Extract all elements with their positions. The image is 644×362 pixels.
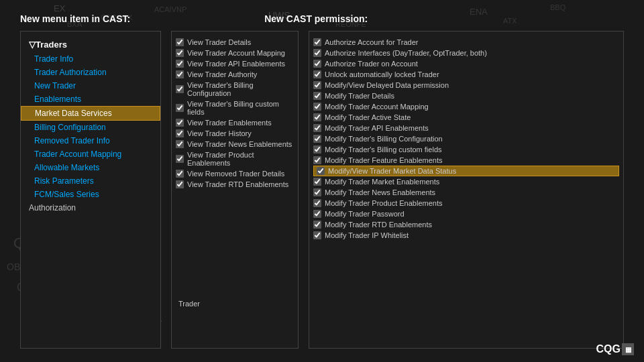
traders-header-label: ▽Traders — [29, 40, 67, 50]
chk-modify-active-state: Modify Trader Active State — [313, 112, 619, 123]
chk-view-rtd: View Trader RTD Enablements — [176, 179, 294, 190]
menu-item-removed-trader-info[interactable]: Removed Trader Info — [21, 134, 160, 147]
chk-view-billing-custom-input[interactable] — [176, 104, 184, 112]
chk-modify-feature-enablements-label: Modify Trader Feature Enablements — [325, 156, 442, 164]
chk-modify-active-state-input[interactable] — [313, 113, 321, 121]
chk-view-billing-config: View Trader's Billing Configuration — [176, 80, 294, 99]
menu-item-market-data-services[interactable]: Market Data Services — [21, 106, 160, 121]
chk-view-trader-details-input[interactable] — [176, 38, 184, 46]
chk-view-billing-custom: View Trader's Billing custom fields — [176, 99, 294, 117]
chk-auth-account: Authorize Account for Trader — [313, 37, 619, 48]
chk-modify-market-data-status: Modify/View Trader Market Data Status — [313, 166, 619, 176]
chk-modify-rtd-label: Modify Trader RTD Enablements — [325, 221, 432, 229]
chk-modify-ip-whitelist: Modify Trader IP Whitelist — [313, 230, 619, 241]
chk-view-api-enablements-label: View Trader API Enablements — [187, 60, 285, 68]
chk-view-billing-custom-label: View Trader's Billing custom fields — [187, 100, 294, 116]
chk-modify-product-input[interactable] — [313, 199, 321, 207]
chk-auth-trader-on-account-input[interactable] — [313, 60, 321, 68]
chk-modify-billing-custom-input[interactable] — [313, 145, 321, 154]
chk-unlock-trader: Unlock automatically locked Trader — [313, 69, 619, 80]
chk-modify-market-enablements-input[interactable] — [313, 178, 321, 186]
chk-modify-billing-config-input[interactable] — [313, 135, 321, 143]
chk-modify-password-label: Modify Trader Password — [325, 210, 405, 218]
chk-modify-product: Modify Trader Product Enablements — [313, 198, 619, 208]
chk-modify-billing-custom-label: Modify Trader's Billing custom fields — [325, 145, 442, 154]
chk-view-enablements-label: View Trader Enablements — [187, 119, 272, 127]
cqg-logo: CQG ▦ — [596, 343, 634, 355]
chk-unlock-trader-label: Unlock automatically locked Trader — [325, 70, 439, 78]
cqg-icon: ▦ — [622, 343, 634, 355]
menu-item-trader-info[interactable]: Trader Info — [21, 52, 160, 66]
menu-item-enablements[interactable]: Enablements — [21, 93, 160, 106]
menu-item-trader-authorization[interactable]: Trader Authorization — [21, 66, 160, 79]
chk-view-authority-input[interactable] — [176, 70, 184, 78]
chk-modify-api-label: Modify Trader API Enablements — [325, 124, 429, 132]
chk-unlock-trader-input[interactable] — [313, 70, 321, 78]
chk-modify-billing-config-label: Modify Trader's Billing Configuration — [325, 135, 443, 143]
chk-delayed-data-input[interactable] — [313, 81, 321, 89]
chk-modify-rtd-input[interactable] — [313, 221, 321, 229]
chk-modify-market-data-status-input[interactable] — [317, 167, 325, 175]
chk-view-account-mapping: View Trader Account Mapping — [176, 48, 294, 58]
chk-view-news-enablements-input[interactable] — [176, 140, 184, 148]
chk-view-removed-trader-input[interactable] — [176, 170, 184, 178]
chk-view-product-enablements-input[interactable] — [176, 155, 184, 163]
chk-modify-market-data-status-label: Modify/View Trader Market Data Status — [328, 167, 456, 175]
chk-modify-billing-custom: Modify Trader's Billing custom fields — [313, 144, 619, 155]
chk-view-authority: View Trader Authority — [176, 69, 294, 80]
chk-view-rtd-input[interactable] — [176, 180, 184, 188]
chk-view-authority-label: View Trader Authority — [187, 70, 257, 78]
chk-modify-password: Modify Trader Password — [313, 208, 619, 219]
menu-item-authorization[interactable]: Authorization — [21, 201, 160, 215]
chk-view-enablements: View Trader Enablements — [176, 117, 294, 128]
menu-item-new-trader[interactable]: New Trader — [21, 79, 160, 93]
chk-modify-news-input[interactable] — [313, 188, 321, 196]
chk-delayed-data: Modify/View Delayed Data permission — [313, 80, 619, 90]
chk-view-account-mapping-label: View Trader Account Mapping — [187, 49, 285, 57]
chk-auth-account-input[interactable] — [313, 38, 321, 46]
chk-modify-news-label: Modify Trader News Enablements — [325, 188, 435, 196]
main-panels: ▽Traders Trader Info Trader Authorizatio… — [20, 31, 624, 349]
chk-view-product-enablements-label: View Trader Product Enablements — [187, 151, 294, 167]
chk-view-account-mapping-input[interactable] — [176, 49, 184, 57]
chk-modify-trader-details-label: Modify Trader Details — [325, 92, 394, 100]
chk-view-billing-config-input[interactable] — [176, 85, 184, 93]
chk-view-api-enablements: View Trader API Enablements — [176, 58, 294, 69]
chk-modify-ip-whitelist-label: Modify Trader IP Whitelist — [325, 231, 409, 239]
menu-item-fcm-sales-series[interactable]: FCM/Sales Series — [21, 188, 160, 201]
chk-modify-feature-enablements-input[interactable] — [313, 156, 321, 164]
chk-view-rtd-label: View Trader RTD Enablements — [187, 180, 288, 188]
menu-item-risk-parameters[interactable]: Risk Parameters — [21, 174, 160, 188]
chk-modify-market-enablements: Modify Trader Market Enablements — [313, 176, 619, 187]
chk-modify-rtd: Modify Trader RTD Enablements — [313, 219, 619, 230]
menu-item-billing-configuration[interactable]: Billing Configuration — [21, 121, 160, 134]
chk-auth-trader-on-account: Authorize Trader on Account — [313, 58, 619, 69]
chk-view-enablements-input[interactable] — [176, 119, 184, 127]
chk-modify-password-input[interactable] — [313, 210, 321, 218]
chk-auth-interfaces-input[interactable] — [313, 49, 321, 57]
chk-auth-account-label: Authorize Account for Trader — [325, 38, 418, 46]
chk-view-removed-trader: View Removed Trader Details — [176, 168, 294, 179]
chk-auth-interfaces: Authorize Interfaces (DayTrader, OptTrad… — [313, 48, 619, 58]
chk-view-removed-trader-label: View Removed Trader Details — [187, 170, 284, 178]
header-row: New menu item in CAST: New CAST permissi… — [20, 13, 624, 24]
chk-auth-interfaces-label: Authorize Interfaces (DayTrader, OptTrad… — [325, 49, 487, 57]
chk-modify-api-input[interactable] — [313, 124, 321, 132]
menu-item-allowable-markets[interactable]: Allowable Markets — [21, 161, 160, 174]
chk-delayed-data-label: Modify/View Delayed Data permission — [325, 81, 449, 89]
chk-view-trader-details-label: View Trader Details — [187, 38, 251, 46]
chk-view-product-enablements: View Trader Product Enablements — [176, 149, 294, 168]
chk-view-api-enablements-input[interactable] — [176, 60, 184, 68]
menu-item-trader-account-mapping[interactable]: Trader Account Mapping — [21, 147, 160, 161]
chk-modify-ip-whitelist-input[interactable] — [313, 231, 321, 239]
chk-modify-billing-config: Modify Trader's Billing Configuration — [313, 133, 619, 144]
chk-modify-account-mapping-input[interactable] — [313, 103, 321, 111]
chk-modify-api: Modify Trader API Enablements — [313, 123, 619, 133]
chk-view-news-enablements: View Trader News Enablements — [176, 139, 294, 149]
traders-panel: ▽Traders Trader Info Trader Authorizatio… — [20, 31, 161, 349]
chk-modify-trader-details-input[interactable] — [313, 92, 321, 100]
chk-modify-active-state-label: Modify Trader Active State — [325, 113, 411, 121]
chk-view-history-input[interactable] — [176, 129, 184, 137]
traders-menu-header: ▽Traders — [21, 37, 160, 52]
chk-modify-trader-details: Modify Trader Details — [313, 90, 619, 101]
